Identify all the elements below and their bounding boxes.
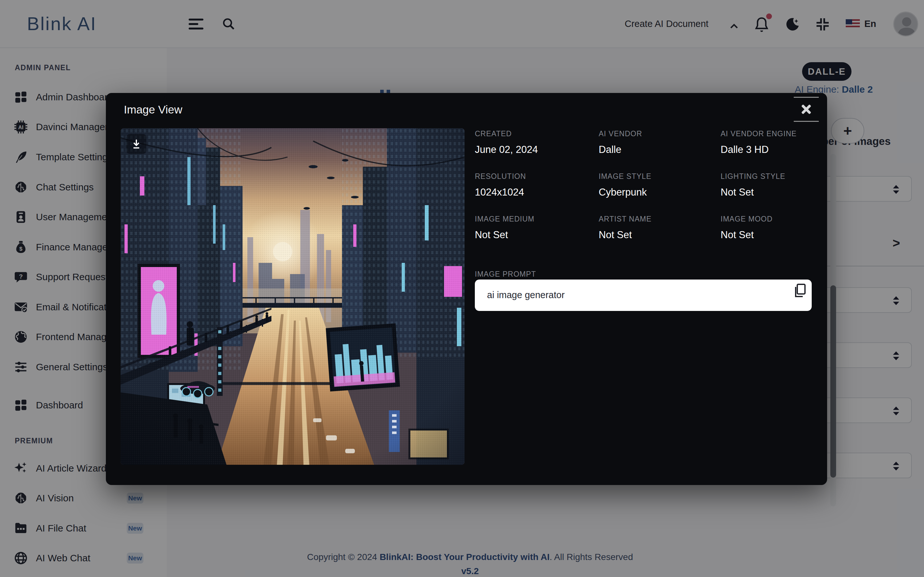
meta-field-ai-vendor: AI VENDORDalle [599,129,720,155]
close-button[interactable] [794,97,819,122]
image-metadata-grid: CREATEDJune 02, 2024 AI VENDORDalle AI V… [475,129,812,241]
meta-field-image-medium: IMAGE MEDIUMNot Set [475,215,599,241]
meta-field-artist-name: ARTIST NAMENot Set [599,215,720,241]
download-button[interactable] [126,134,146,154]
generated-image [121,128,465,465]
cyberpunk-city-artwork [121,128,465,465]
image-prompt-field[interactable]: ai image generator [475,279,812,311]
meta-field-resolution: RESOLUTION1024x1024 [475,172,599,198]
app-root: Blink AI Create AI Document En [0,0,924,577]
meta-field-ai-vendor-engine: AI VENDOR ENGINEDalle 3 HD [720,129,812,155]
meta-field-lighting-style: LIGHTING STYLENot Set [720,172,812,198]
meta-field-image-style: IMAGE STYLECyberpunk [599,172,720,198]
copy-icon [793,283,806,298]
copy-prompt-button[interactable] [792,282,808,300]
image-prompt-value: ai image generator [487,290,565,300]
image-view-modal: Image View [106,93,827,485]
meta-field-created: CREATEDJune 02, 2024 [475,129,599,155]
modal-title: Image View [124,103,182,116]
meta-field-image-mood: IMAGE MOODNot Set [720,215,812,241]
image-prompt-label: IMAGE PROMPT [475,270,536,279]
download-icon [131,138,142,150]
